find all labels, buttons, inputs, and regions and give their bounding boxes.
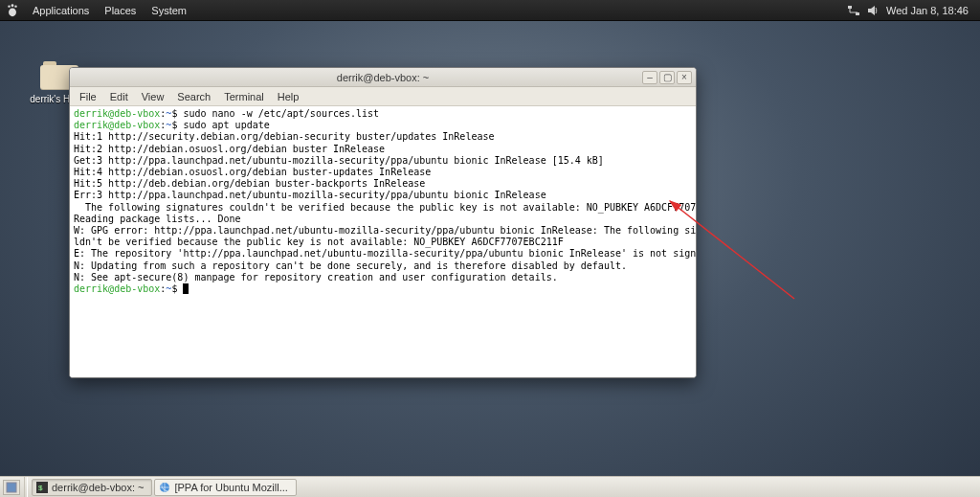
taskbar-item-label: [PPA for Ubuntu Mozill... — [174, 482, 287, 493]
gnome-foot-icon[interactable] — [6, 4, 19, 17]
svg-text:$: $ — [38, 484, 43, 492]
show-desktop-button[interactable] — [3, 480, 20, 495]
menu-edit[interactable]: Edit — [104, 89, 134, 104]
menu-applications[interactable]: Applications — [25, 5, 97, 16]
menu-system[interactable]: System — [144, 5, 194, 16]
panel-clock[interactable]: Wed Jan 8, 18:46 — [882, 5, 974, 16]
terminal-icon: $ — [36, 482, 48, 493]
panel-separator — [24, 477, 28, 497]
terminal-body[interactable]: derrik@deb-vbox:~$ sudo nano -w /etc/apt… — [70, 106, 696, 377]
window-title: derrik@deb-vbox: ~ — [70, 72, 696, 83]
svg-rect-7 — [7, 483, 16, 492]
svg-point-1 — [11, 4, 14, 7]
terminal-menubar: File Edit View Search Terminal Help — [70, 87, 696, 106]
menu-search[interactable]: Search — [171, 89, 216, 104]
svg-point-2 — [14, 5, 16, 7]
svg-rect-4 — [848, 6, 852, 9]
taskbar-item-label: derrik@deb-vbox: ~ — [52, 482, 144, 493]
menu-view[interactable]: View — [136, 89, 170, 104]
menu-file[interactable]: File — [74, 89, 102, 104]
window-titlebar[interactable]: derrik@deb-vbox: ~ – ▢ × — [70, 68, 696, 87]
close-button[interactable]: × — [677, 71, 692, 84]
taskbar-item[interactable]: $derrik@deb-vbox: ~ — [32, 479, 152, 496]
network-icon[interactable] — [846, 3, 861, 18]
volume-icon[interactable] — [865, 3, 880, 18]
svg-point-3 — [9, 8, 16, 16]
globe-icon — [159, 482, 170, 493]
menu-terminal[interactable]: Terminal — [218, 89, 270, 104]
svg-point-0 — [8, 5, 10, 7]
terminal-window[interactable]: derrik@deb-vbox: ~ – ▢ × File Edit View … — [69, 67, 697, 378]
taskbar-item[interactable]: [PPA for Ubuntu Mozill... — [154, 479, 296, 496]
menu-places[interactable]: Places — [97, 5, 144, 16]
bottom-panel: $derrik@deb-vbox: ~[PPA for Ubuntu Mozil… — [0, 476, 980, 497]
menu-help[interactable]: Help — [272, 89, 305, 104]
maximize-button[interactable]: ▢ — [659, 71, 675, 84]
top-panel: Applications Places System Wed Jan 8, 18… — [0, 0, 980, 21]
minimize-button[interactable]: – — [642, 71, 657, 84]
